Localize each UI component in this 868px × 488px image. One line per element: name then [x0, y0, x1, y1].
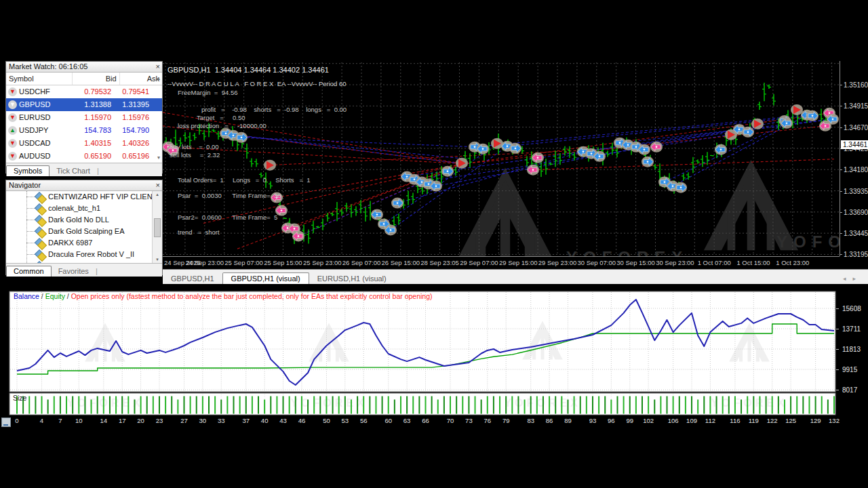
trade-marker-sell[interactable] [275, 205, 288, 216]
tester-x-label: 53 [342, 417, 349, 424]
market-watch-row[interactable]: ▼GBPUSD1.313881.31395 [6, 98, 162, 111]
tester-x-label: 70 [447, 417, 454, 424]
trade-marker-buy[interactable] [593, 151, 606, 162]
time-label: 26 Sep 15:00 [382, 259, 420, 266]
trade-marker-sell[interactable] [292, 230, 304, 241]
market-watch-titlebar[interactable]: Market Watch: 06:16:05 × [6, 62, 162, 73]
trade-marker-buy[interactable] [477, 144, 489, 155]
market-watch-row[interactable]: ▼EURUSD1.159701.15976 [6, 111, 162, 124]
navigator-item[interactable]: EA Rob Mot [6, 260, 162, 263]
navigator-scrollbar[interactable]: ▴ ▾ [152, 191, 162, 263]
tab-gbpusd-h1[interactable]: GBPUSD,H1 [163, 273, 222, 285]
column-bid[interactable]: Bid [73, 73, 119, 85]
tester-x-label: 60 [384, 417, 392, 424]
navigator-item[interactable]: Dark Gold No DLL [6, 214, 162, 226]
navigator-item[interactable]: DARKX 6987 [6, 237, 162, 249]
chart-ohlc-header: GBPUSD,H1 1.34404 1.34464 1.34402 1.3446… [167, 66, 329, 74]
trade-marker-sell[interactable] [271, 192, 283, 203]
trade-marker-buy[interactable] [715, 144, 727, 155]
trade-marker-buy[interactable] [371, 209, 383, 220]
column-ask[interactable]: Ask [120, 73, 162, 85]
trade-marker-buy[interactable] [827, 114, 839, 125]
trade-marker-close[interactable] [264, 160, 276, 171]
tester-y-label: 15608 [842, 305, 861, 312]
tab-scroll-arrows[interactable]: ◂▸ [843, 275, 863, 282]
market-watch-row[interactable]: ▼USDCHF0.795320.79541 [6, 85, 162, 98]
trade-marker-buy[interactable] [391, 198, 403, 209]
tester-x-label: 40 [261, 417, 269, 424]
tester-x-label: 102 [643, 417, 654, 424]
navigator-item[interactable]: CENTWIZARD HFT VIP CLIENT_ [6, 191, 162, 203]
trade-marker-buy[interactable] [642, 157, 654, 167]
trade-marker-buy[interactable] [441, 166, 454, 177]
trade-marker-buy[interactable] [638, 144, 650, 155]
market-watch-header[interactable]: Symbol Bid Ask [6, 73, 162, 85]
expert-advisor-icon [36, 262, 43, 263]
scroll-down-icon[interactable]: ▾ [153, 257, 162, 262]
navigator-item[interactable]: Dark Gold Scalping EA [6, 226, 162, 237]
trade-marker-buy[interactable] [509, 143, 521, 154]
scroll-up-icon[interactable]: ▴ [157, 75, 160, 81]
scrollbar-thumb[interactable] [154, 218, 161, 237]
market-watch-row[interactable]: ▼USDCAD1.403151.40326 [6, 137, 162, 150]
price-tick [840, 233, 842, 234]
trade-marker-close[interactable] [751, 119, 764, 129]
ask-value: 1.40326 [111, 137, 149, 150]
price-label: 1.34915 [844, 102, 868, 110]
tester-x-label: 23 [156, 417, 163, 424]
navigator-item[interactable]: colenak_btc_h1 [6, 203, 162, 214]
tab-gbpusd-h1-visual[interactable]: GBPUSD,H1 (visual) [222, 272, 309, 285]
tab-common[interactable]: Common [6, 266, 52, 277]
navigator-item[interactable]: Dracula Forex Robot V _II [6, 249, 162, 260]
scroll-up-icon[interactable]: ▴ [153, 192, 162, 197]
trade-marker-sell[interactable] [527, 165, 539, 176]
tab-tick-chart[interactable]: Tick Chart [50, 166, 97, 176]
symbol-name: USDCAD [19, 137, 69, 150]
tree-dots [26, 231, 35, 232]
market-watch-row[interactable]: ▼AUDUSD0.651900.65196 [6, 150, 162, 163]
trade-marker-buy[interactable] [235, 132, 248, 143]
market-watch-title: Market Watch: 06:16:05 [9, 62, 87, 70]
time-axis[interactable]: 24 Sep 202524 Sep 23:0025 Sep 07:0025 Se… [163, 256, 840, 269]
trade-marker-close[interactable] [456, 158, 468, 169]
trade-marker-buy[interactable] [781, 118, 793, 129]
tester-x-label: 56 [360, 417, 368, 424]
ask-value: 0.65196 [111, 150, 149, 163]
tester-x-label: 109 [686, 417, 697, 424]
tab-favorites[interactable]: Favorites [52, 266, 96, 277]
chart-shortcut-icon[interactable] [1, 418, 11, 427]
tab-eurusd-h1-visual[interactable]: EURUSD,H1 (visual) [309, 273, 395, 285]
trade-marker-buy[interactable] [430, 181, 442, 192]
scroll-down-icon[interactable]: ▾ [157, 155, 160, 161]
close-icon[interactable]: × [156, 62, 160, 72]
tab-symbols[interactable]: Symbols [6, 165, 50, 176]
price-chart [163, 61, 840, 256]
chart-window[interactable]: YOFOREXYOFOREXYOFOREX GBPUSD,H1 1.34404 … [163, 61, 868, 269]
close-icon[interactable]: × [156, 180, 160, 190]
trade-marker-buy[interactable] [384, 224, 397, 235]
price-label: 1.34670 [844, 124, 868, 131]
tester-x-label: 76 [484, 417, 491, 424]
price-scale[interactable]: 1.351601.349151.346701.344251.341801.339… [840, 61, 868, 256]
trade-marker-buy[interactable] [675, 182, 687, 193]
trade-marker-sell[interactable] [650, 142, 663, 152]
axis-tick [836, 329, 839, 329]
bid-value: 1.31388 [69, 98, 111, 111]
expert-advisor-icon [36, 239, 43, 247]
trade-marker-buy[interactable] [806, 110, 818, 121]
tester-legend: Balance / Equity / Open prices only (fas… [14, 292, 433, 300]
trade-marker-buy[interactable] [742, 127, 754, 138]
time-label: 1 Oct 15:00 [736, 259, 770, 266]
tester-x-label: 112 [705, 417, 715, 424]
trade-marker-close[interactable] [791, 104, 803, 115]
tester-x-label: 93 [589, 417, 597, 424]
market-watch-row[interactable]: ▲USDJPY154.783154.790 [6, 124, 162, 137]
navigator-titlebar[interactable]: Navigator × [6, 180, 162, 191]
scroll-right-icon: ▸ [852, 275, 863, 282]
navigator-list: CENTWIZARD HFT VIP CLIENT_colenak_btc_h1… [6, 191, 162, 263]
time-label: 29 Sep 07:00 [460, 259, 498, 266]
trade-marker-sell[interactable] [167, 145, 179, 156]
column-symbol[interactable]: Symbol [6, 73, 73, 85]
trade-marker-sell[interactable] [532, 152, 544, 163]
tester-graph-panel[interactable]: YOFOREXYOFOREXYOFOREXYOFOREX Balance / E… [0, 284, 868, 428]
